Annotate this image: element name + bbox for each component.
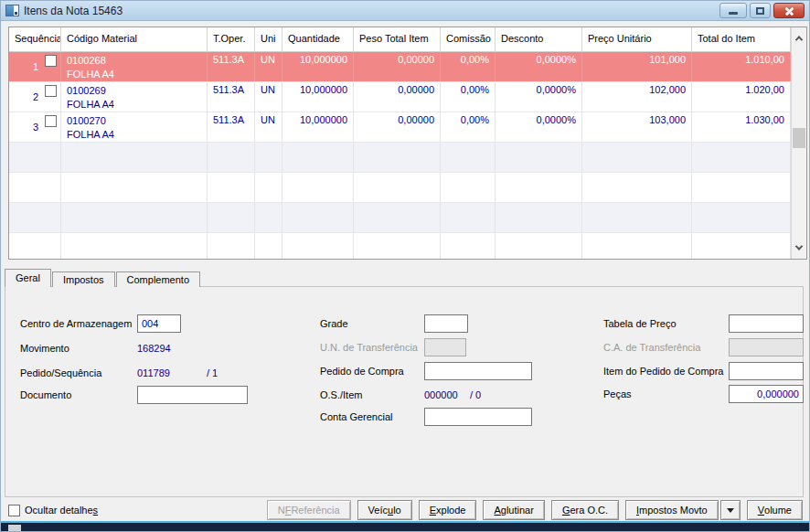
cell-comissao: 0,00%	[441, 112, 496, 142]
os-value: 000000	[424, 389, 470, 400]
cell-toper: 511.3A	[208, 112, 255, 142]
os-item-value: / 0	[470, 389, 481, 400]
cell-peso: 0,00000	[354, 82, 441, 112]
col-header-toper[interactable]: T.Oper.	[208, 27, 255, 51]
pecas-input[interactable]	[729, 385, 804, 403]
window-icon	[5, 5, 19, 16]
impostos-movto-button[interactable]: Impostos Movto	[625, 500, 719, 520]
empty-row	[9, 143, 791, 173]
scroll-down-button[interactable]	[792, 237, 806, 259]
restore-button[interactable]	[750, 3, 771, 18]
material-code: 0100269	[67, 84, 201, 98]
volume-button[interactable]: Volume	[747, 500, 803, 520]
scroll-up-button[interactable]	[792, 27, 806, 49]
cell-comissao: 0,00%	[441, 82, 496, 112]
cell-preco-unitario: 101,000	[582, 52, 692, 81]
nf-referencia-button: NF Referência	[267, 500, 351, 520]
col-header-preco-unitario[interactable]: Preço Unitário	[582, 27, 692, 51]
cell-preco-unitario: 103,000	[582, 112, 692, 142]
empty-row	[9, 233, 791, 259]
documento-label: Documento	[20, 389, 137, 400]
col-header-quantidade[interactable]: Quantidade	[282, 27, 354, 51]
row-checkbox[interactable]	[45, 115, 57, 127]
empty-row	[9, 203, 791, 233]
cell-total-item: 1.030,00	[692, 112, 791, 142]
titlebar: Itens da Nota 15463	[1, 1, 809, 21]
row-sequence: 1	[11, 61, 38, 72]
cell-desconto: 0,0000%	[496, 82, 582, 112]
ca-transferencia-input	[729, 338, 804, 356]
col-header-comissao[interactable]: Comissão	[441, 27, 496, 51]
cell-quantidade: 10,000000	[282, 112, 354, 142]
window-controls	[719, 3, 805, 18]
conta-gerencial-input[interactable]	[424, 408, 532, 426]
ocultar-detalhes-checkbox[interactable]: Ocultar detalhes	[8, 505, 98, 516]
col-header-codigo-material[interactable]: Código Material	[61, 27, 208, 51]
sequencia-value: / 1	[207, 367, 218, 378]
cell-uni: UN	[255, 82, 282, 112]
tabela-preco-label: Tabela de Preço	[603, 318, 729, 329]
pedido-compra-label: Pedido de Compra	[320, 366, 424, 377]
pedido-value: 011789	[137, 367, 207, 378]
row-checkbox[interactable]	[45, 55, 57, 67]
tab-geral[interactable]: Geral	[5, 269, 51, 287]
grade-input[interactable]	[424, 314, 468, 333]
veiculo-button[interactable]: Veículo	[357, 500, 412, 520]
row-checkbox[interactable]	[45, 85, 57, 97]
footer-bar: Ocultar detalhes NF Referência Veículo E…	[1, 497, 809, 523]
items-grid: Sequência Código Material T.Oper. Uni Qu…	[8, 27, 807, 260]
item-pedido-compra-label: Item do Pedido de Compra	[603, 366, 729, 377]
itens-da-nota-dialog: Itens da Nota 15463 Sequência Código Mat…	[0, 0, 810, 532]
aglutinar-button[interactable]: Aglutinar	[483, 500, 544, 520]
gera-oc-button[interactable]: Gera O.C.	[551, 500, 619, 520]
centro-armazenagem-input[interactable]	[137, 314, 181, 333]
empty-row	[9, 173, 791, 203]
col-header-sequencia[interactable]: Sequência	[9, 27, 61, 51]
restore-icon	[756, 7, 764, 15]
explode-button[interactable]: Explode	[419, 500, 477, 520]
material-description: FOLHA A4	[67, 68, 201, 81]
material-code: 0100268	[67, 54, 201, 68]
cell-toper: 511.3A	[208, 82, 255, 112]
tab-impostos[interactable]: Impostos	[52, 271, 115, 287]
col-header-peso-total-item[interactable]: Peso Total Item	[354, 27, 441, 51]
cell-desconto: 0,0000%	[496, 112, 582, 142]
documento-input[interactable]	[137, 386, 248, 404]
checkbox-icon[interactable]	[8, 505, 20, 516]
item-pedido-compra-input[interactable]	[729, 362, 804, 380]
cell-uni: UN	[255, 52, 282, 81]
minimize-button[interactable]	[719, 3, 747, 18]
cell-quantidade: 10,000000	[282, 52, 354, 81]
cell-total-item: 1.010,00	[692, 52, 791, 81]
impostos-movto-dropdown-button[interactable]	[720, 500, 741, 520]
table-row[interactable]: 1 0100268 FOLHA A4 511.3A UN 10,000000 0…	[9, 52, 791, 82]
cell-total-item: 1.020,00	[692, 82, 791, 112]
os-item-label: O.S./Item	[320, 389, 424, 400]
cell-peso: 0,00000	[354, 52, 441, 81]
pedido-sequencia-label: Pedido/Sequência	[20, 367, 137, 378]
pedido-compra-input[interactable]	[424, 362, 532, 380]
pecas-label: Peças	[603, 388, 729, 399]
ca-transferencia-label: C.A. de Transferência	[603, 342, 729, 353]
movimento-value: 168294	[137, 343, 171, 354]
ocultar-detalhes-label: Ocultar detalhes	[25, 505, 98, 516]
cell-uni: UN	[255, 112, 282, 142]
material-description: FOLHA A4	[67, 128, 201, 142]
scrollbar-thumb[interactable]	[793, 128, 805, 148]
movimento-label: Movimento	[20, 343, 137, 354]
close-button[interactable]	[773, 3, 805, 18]
tab-complemento[interactable]: Complemento	[116, 271, 200, 287]
row-sequence: 2	[11, 91, 38, 102]
col-header-desconto[interactable]: Desconto	[496, 27, 582, 51]
geral-tab-panel: Centro de Armazenagem Movimento 168294 P…	[5, 286, 804, 497]
table-row[interactable]: 3 0100270 FOLHA A4 511.3A UN 10,000000 0…	[9, 112, 791, 143]
close-icon	[784, 5, 794, 16]
material-description: FOLHA A4	[67, 98, 201, 112]
table-row[interactable]: 2 0100269 FOLHA A4 511.3A UN 10,000000 0…	[9, 82, 791, 112]
tabela-preco-input[interactable]	[729, 314, 804, 333]
col-header-uni[interactable]: Uni	[255, 27, 282, 51]
minimize-icon	[729, 12, 738, 15]
grid-scrollbar[interactable]	[791, 27, 806, 259]
col-header-total-do-item[interactable]: Total do Item	[692, 27, 791, 51]
row-sequence: 3	[11, 122, 38, 133]
